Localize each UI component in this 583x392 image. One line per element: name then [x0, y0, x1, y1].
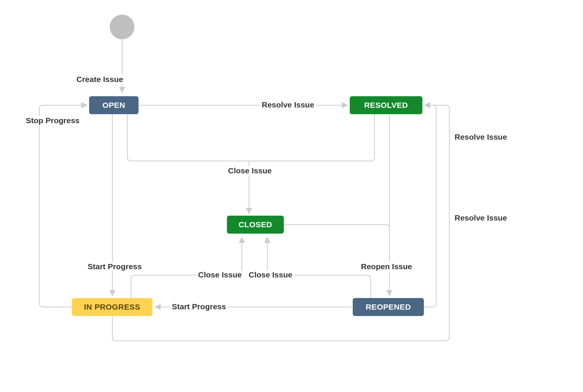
label-resolve-issue-upper-right: Resolve Issue — [453, 133, 508, 142]
edge-closed-reopen — [284, 225, 389, 240]
edge-resolved-close — [249, 114, 374, 161]
state-open-label: OPEN — [102, 101, 125, 110]
edge-reopened-resolve — [424, 105, 436, 307]
label-open-resolve: Resolve Issue — [260, 100, 316, 109]
label-start-progress-mid: Start Progress — [170, 302, 228, 311]
edge-inprogress-close — [131, 237, 242, 298]
label-close-issue-right: Close Issue — [247, 270, 294, 279]
label-close-issue-top: Close Issue — [227, 166, 273, 175]
state-open[interactable]: OPEN — [89, 96, 139, 114]
label-start-progress-left: Start Progress — [86, 262, 143, 271]
label-close-issue-left: Close Issue — [197, 270, 243, 279]
start-node — [110, 15, 134, 39]
state-in-progress[interactable]: IN PROGRESS — [72, 298, 152, 316]
state-reopened-label: REOPENED — [365, 303, 411, 312]
edges-layer — [0, 0, 583, 392]
state-closed[interactable]: CLOSED — [227, 216, 284, 234]
label-reopen-issue: Reopen Issue — [359, 262, 414, 271]
label-resolve-issue-lower-right: Resolve Issue — [453, 213, 508, 222]
workflow-canvas: OPEN RESOLVED CLOSED IN PROGRESS REOPENE… — [0, 0, 583, 392]
edge-open-close — [127, 114, 249, 213]
edge-reopened-close — [267, 237, 371, 298]
state-resolved[interactable]: RESOLVED — [350, 96, 422, 114]
label-create-issue: Create Issue — [75, 75, 125, 84]
state-in-progress-label: IN PROGRESS — [84, 303, 140, 312]
state-closed-label: CLOSED — [239, 220, 272, 229]
edge-inprogress-stop — [39, 105, 87, 307]
label-stop-progress: Stop Progress — [24, 116, 81, 125]
state-resolved-label: RESOLVED — [364, 101, 408, 110]
state-reopened[interactable]: REOPENED — [353, 298, 424, 316]
